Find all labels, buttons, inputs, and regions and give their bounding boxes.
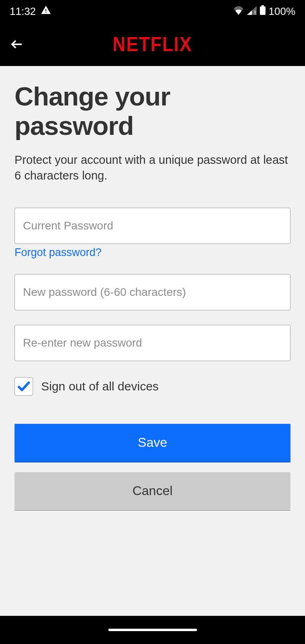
svg-rect-1 xyxy=(261,5,264,6)
cancel-button[interactable]: Cancel xyxy=(15,472,290,511)
current-password-wrapper xyxy=(15,208,290,244)
new-password-input[interactable] xyxy=(15,274,290,310)
main-content: Change your password Protect your accoun… xyxy=(0,66,305,537)
app-header: NETFLIX xyxy=(0,23,305,66)
page-title: Change your password xyxy=(15,82,290,141)
new-password-wrapper xyxy=(15,274,290,310)
reenter-password-input[interactable] xyxy=(15,325,290,361)
signal-icon: ! xyxy=(247,5,257,18)
status-right: ! 100% xyxy=(233,5,296,18)
battery-percent: 100% xyxy=(269,5,296,18)
wifi-icon xyxy=(233,5,244,18)
svg-rect-2 xyxy=(260,6,266,15)
signout-checkbox[interactable] xyxy=(15,377,33,396)
signout-checkbox-row: Sign out of all devices xyxy=(15,377,290,396)
reenter-password-wrapper xyxy=(15,325,290,361)
navigation-bar xyxy=(0,616,305,644)
status-left: 11:32 xyxy=(10,5,51,18)
netflix-logo: NETFLIX xyxy=(113,33,192,56)
back-button[interactable] xyxy=(8,35,26,53)
home-indicator[interactable] xyxy=(108,629,197,631)
save-button[interactable]: Save xyxy=(15,424,290,462)
forgot-password-link[interactable]: Forgot password? xyxy=(15,246,102,259)
page-subtitle: Protect your account with a unique passw… xyxy=(15,152,290,184)
status-bar: 11:32 ! 100% xyxy=(0,0,305,23)
current-password-input[interactable] xyxy=(15,208,290,244)
signout-checkbox-label: Sign out of all devices xyxy=(41,380,159,393)
svg-text:!: ! xyxy=(254,10,256,15)
status-time: 11:32 xyxy=(10,5,36,18)
battery-icon xyxy=(260,5,266,18)
warning-icon xyxy=(41,5,51,18)
